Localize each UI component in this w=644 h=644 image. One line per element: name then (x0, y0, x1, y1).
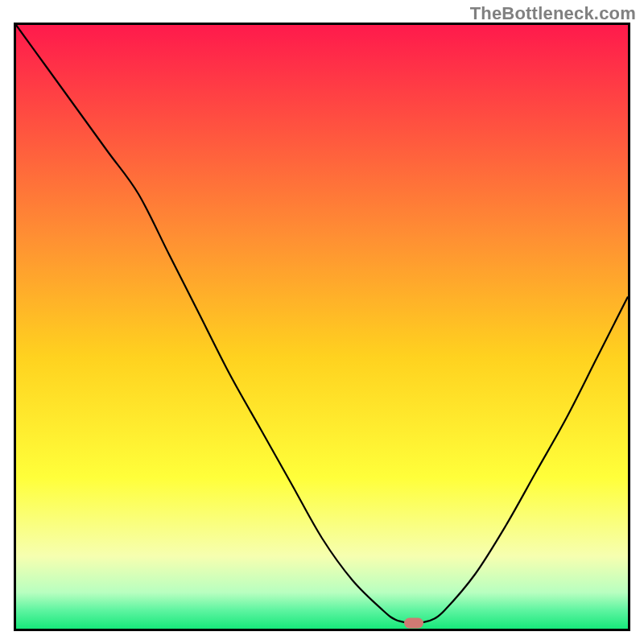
chart-container: TheBottleneck.com (0, 0, 644, 644)
optimal-marker (404, 617, 423, 628)
bottleneck-curve (16, 25, 628, 623)
curve-layer (16, 25, 628, 629)
watermark-text: TheBottleneck.com (470, 3, 636, 24)
plot-area (14, 23, 630, 631)
